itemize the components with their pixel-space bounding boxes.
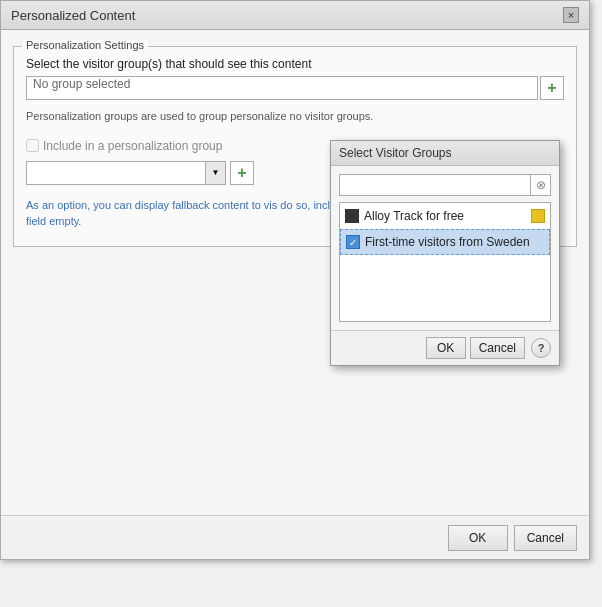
- popup-cancel-button[interactable]: Cancel: [470, 337, 525, 359]
- visitor-check-icon: ✓: [346, 235, 360, 249]
- dropdown-arrow-icon[interactable]: ▼: [206, 161, 226, 185]
- group-input-row: No group selected +: [26, 76, 564, 100]
- dialog-overlay: Personalized Content × Personalization S…: [0, 0, 602, 607]
- popup-body: ⊗ Alloy Track for free ✓ First-time visi…: [331, 166, 559, 330]
- help-button[interactable]: ?: [531, 338, 551, 358]
- visitor-yellow-icon: [531, 209, 545, 223]
- main-dialog-title: Personalized Content: [11, 8, 135, 23]
- group-text-input[interactable]: No group selected: [26, 76, 538, 100]
- search-input[interactable]: [339, 174, 531, 196]
- include-label: Include in a personalization group: [43, 139, 222, 153]
- popup-titlebar: Select Visitor Groups: [331, 141, 559, 166]
- main-cancel-button[interactable]: Cancel: [514, 525, 577, 551]
- main-titlebar: Personalized Content ×: [1, 1, 589, 30]
- group-dropdown[interactable]: [26, 161, 206, 185]
- clear-search-button[interactable]: ⊗: [531, 174, 551, 196]
- visitor-group-label: Select the visitor group(s) that should …: [26, 57, 564, 71]
- visitor-name: Alloy Track for free: [364, 209, 526, 223]
- main-close-button[interactable]: ×: [563, 7, 579, 23]
- search-row: ⊗: [339, 174, 551, 196]
- visitor-black-icon: [345, 209, 359, 223]
- popup-footer: OK Cancel ?: [331, 330, 559, 365]
- section-label: Personalization Settings: [22, 39, 148, 51]
- main-ok-button[interactable]: OK: [448, 525, 508, 551]
- add-select-button[interactable]: +: [230, 161, 254, 185]
- include-checkbox[interactable]: [26, 139, 39, 152]
- visitor-item[interactable]: ✓ First-time visitors from Sweden: [340, 229, 550, 255]
- visitor-item[interactable]: Alloy Track for free: [340, 203, 550, 229]
- add-group-button[interactable]: +: [540, 76, 564, 100]
- main-dialog-footer: OK Cancel: [1, 515, 589, 559]
- visitor-list: Alloy Track for free ✓ First-time visito…: [339, 202, 551, 322]
- info-text: Personalization groups are used to group…: [26, 108, 564, 125]
- popup-ok-button[interactable]: OK: [426, 337, 466, 359]
- visitor-name: First-time visitors from Sweden: [365, 235, 544, 249]
- popup-dialog: Select Visitor Groups ⊗ Alloy Track for …: [330, 140, 560, 366]
- popup-title: Select Visitor Groups: [339, 146, 452, 160]
